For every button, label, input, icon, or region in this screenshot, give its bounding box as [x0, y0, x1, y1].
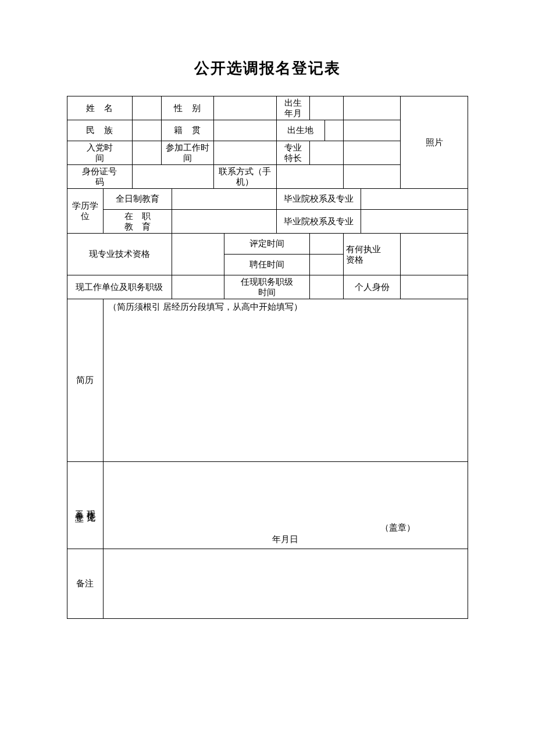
field-party-join[interactable] [132, 141, 161, 165]
field-work-start[interactable] [213, 141, 276, 165]
field-birthplace-extra[interactable] [344, 120, 401, 141]
registration-form: 姓名 性别 出生 年月 照片 民族 籍贯 出生地 入党时 间 参加工作时 间 专… [67, 96, 468, 619]
label-gender: 性别 [161, 96, 213, 120]
label-ethnicity: 民族 [67, 120, 133, 141]
field-birth[interactable] [310, 96, 344, 120]
photo-cell[interactable]: 照片 [401, 96, 468, 189]
label-work-start: 参加工作时 间 [161, 141, 213, 165]
field-fulltime-edu[interactable] [172, 189, 276, 210]
field-id-number[interactable] [132, 165, 213, 189]
label-birthplace: 出生地 [276, 120, 325, 141]
date-text: 年月日 [272, 534, 298, 545]
label-native-place: 籍贯 [161, 120, 213, 141]
field-specialty[interactable] [310, 141, 344, 165]
field-grad-school-1[interactable] [361, 189, 468, 210]
label-contact: 联系方式（手 机） [213, 165, 276, 189]
field-assess-time[interactable] [310, 234, 344, 255]
label-specialty: 专业 特长 [276, 141, 310, 165]
form-title: 公开选调报名登记表 [67, 58, 468, 78]
field-contact[interactable] [276, 165, 344, 189]
field-personal-identity[interactable] [401, 275, 468, 299]
field-tech-title[interactable] [172, 234, 224, 275]
field-contact-extra[interactable] [344, 165, 401, 189]
field-practice-qual[interactable] [401, 234, 468, 275]
field-remark[interactable] [103, 549, 468, 619]
field-resume[interactable]: （简历须根引 居经历分段填写，从高中开始填写） [103, 299, 468, 462]
label-inservice-edu: 在 职教 育 [103, 210, 172, 234]
label-party-join: 入党时 间 [67, 141, 133, 165]
label-personal-identity: 个人身份 [344, 275, 401, 299]
label-position-time: 任现职务职级 时间 [224, 275, 310, 299]
field-unit-opinion[interactable]: （盖章） 年月日 [103, 462, 468, 549]
stamp-text: （盖章） [380, 522, 415, 533]
label-birth: 出生 年月 [276, 96, 310, 120]
field-gender[interactable] [213, 96, 276, 120]
label-resume: 简历 [67, 299, 104, 462]
label-remark: 备注 [67, 549, 104, 619]
label-fulltime-edu: 全日制教育 [103, 189, 172, 210]
label-practice-qual: 有何执业 资格 [344, 234, 401, 275]
label-name: 姓名 [67, 96, 133, 120]
label-assess-time: 评定时间 [224, 234, 310, 255]
label-id-number: 身份证号 码 [67, 165, 133, 189]
label-unit-opinion: 工单意立现作位见 [67, 462, 104, 549]
field-grad-school-2[interactable] [361, 210, 468, 234]
label-tech-title: 现专业技术资格 [67, 234, 172, 275]
field-birth-extra[interactable] [344, 96, 401, 120]
label-grad-school-2: 毕业院校系及专业 [276, 210, 361, 234]
label-edu-degree: 学历学 位 [67, 189, 104, 234]
label-current-unit: 现工作单位及职务职级 [67, 275, 172, 299]
field-name[interactable] [132, 96, 161, 120]
field-native-place[interactable] [213, 120, 276, 141]
label-appoint-time: 聘任时间 [224, 255, 310, 275]
label-grad-school-1: 毕业院校系及专业 [276, 189, 361, 210]
field-position-time[interactable] [310, 275, 344, 299]
field-appoint-time[interactable] [310, 255, 344, 275]
field-inservice-edu[interactable] [172, 210, 276, 234]
field-birthplace[interactable] [325, 120, 344, 141]
field-specialty-extra[interactable] [344, 141, 401, 165]
field-ethnicity[interactable] [132, 120, 161, 141]
field-current-unit[interactable] [172, 275, 224, 299]
